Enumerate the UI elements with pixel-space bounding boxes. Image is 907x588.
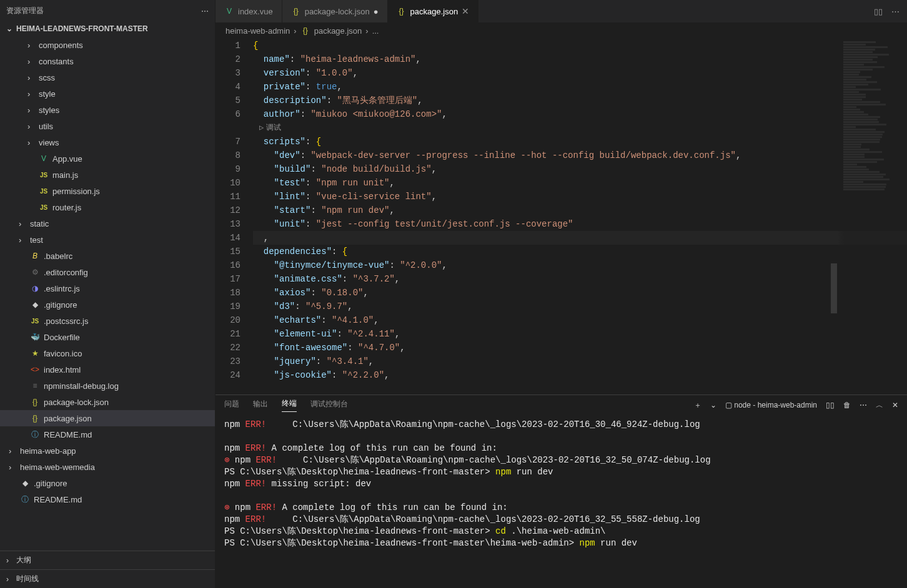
more-icon[interactable]: ⋯ bbox=[860, 401, 867, 409]
chevron-right-icon: › bbox=[6, 556, 14, 565]
code-line[interactable]: scripts": { bbox=[253, 135, 907, 149]
terminal-icon: ▢ bbox=[725, 401, 732, 409]
code-line[interactable]: , bbox=[253, 231, 907, 245]
tab-problems[interactable]: 问题 bbox=[224, 399, 239, 412]
info-icon: ⓘ bbox=[30, 429, 40, 440]
file-item[interactable]: JSpermission.js bbox=[0, 183, 215, 199]
file-item[interactable]: {}package-lock.json bbox=[0, 394, 215, 410]
folder-item[interactable]: ›views bbox=[0, 134, 215, 150]
editor-tab[interactable]: {}package.json✕ bbox=[388, 0, 479, 22]
editor-tab[interactable]: {}package-lock.json● bbox=[282, 0, 388, 22]
new-terminal-icon[interactable]: ＋ bbox=[694, 400, 701, 411]
folder-item[interactable]: ›components bbox=[0, 37, 215, 53]
editor-area[interactable]: 123456789101112131415161718192021222324 … bbox=[216, 39, 907, 394]
split-editor-icon[interactable]: ▯▯ bbox=[874, 7, 883, 16]
chevron-right-icon: › bbox=[9, 463, 16, 472]
folder-item[interactable]: ›constants bbox=[0, 53, 215, 69]
project-root[interactable]: ⌄ HEIMA-LEADNEWS-FRONT-MASTER bbox=[0, 22, 215, 36]
code-line[interactable]: "test": "npm run unit", bbox=[253, 176, 907, 190]
file-item[interactable]: 🐳Dockerfile bbox=[0, 329, 215, 345]
code-line[interactable]: "start": "npm run dev", bbox=[253, 203, 907, 217]
tab-output[interactable]: 输出 bbox=[253, 399, 268, 412]
breadcrumb-seg[interactable]: package.json bbox=[314, 26, 362, 36]
code-line[interactable]: "axios": "0.18.0", bbox=[253, 286, 907, 300]
file-item[interactable]: ◆.gitignore bbox=[0, 475, 215, 491]
file-item[interactable]: B.babelrc bbox=[0, 248, 215, 264]
code-line[interactable]: { bbox=[253, 39, 907, 52]
file-item[interactable]: JSrouter.js bbox=[0, 199, 215, 215]
code-line[interactable]: "echarts": "^4.1.0", bbox=[253, 313, 907, 327]
file-item[interactable]: {}package.json bbox=[0, 410, 215, 426]
folder-item[interactable]: ›styles bbox=[0, 102, 215, 118]
code-line[interactable]: "dev": "webpack-dev-server --progress --… bbox=[253, 149, 907, 162]
file-item[interactable]: ⓘREADME.md bbox=[0, 491, 215, 507]
terminal-output[interactable]: npm ERR! C:\Users\陈\AppData\Roaming\npm-… bbox=[216, 415, 907, 588]
chevron-up-icon[interactable]: ︿ bbox=[876, 400, 883, 411]
file-item[interactable]: ⚙.editorconfig bbox=[0, 264, 215, 280]
code-line[interactable]: "jquery": "^3.4.1", bbox=[253, 355, 907, 368]
shell-label: node - heima-web-admin bbox=[734, 401, 817, 409]
chevron-down-icon[interactable]: ⌄ bbox=[710, 401, 716, 409]
code[interactable]: { name": "heima-leadnews-admin", version… bbox=[253, 39, 907, 394]
file-item[interactable]: VApp.vue bbox=[0, 150, 215, 167]
file-item[interactable]: JS.postcssrc.js bbox=[0, 313, 215, 329]
code-line[interactable]: name": "heima-leadnews-admin", bbox=[253, 52, 907, 66]
folder-item[interactable]: ›scss bbox=[0, 69, 215, 86]
folder-item[interactable]: ›static bbox=[0, 215, 215, 232]
tab-debug-console[interactable]: 调试控制台 bbox=[310, 399, 348, 412]
file-item[interactable]: ⓘREADME.md bbox=[0, 426, 215, 443]
code-line[interactable]: "element-ui": "^2.4.11", bbox=[253, 327, 907, 341]
code-line[interactable]: private": true, bbox=[253, 80, 907, 94]
file-item[interactable]: ◆.gitignore bbox=[0, 296, 215, 313]
folder-item[interactable]: ›utils bbox=[0, 118, 215, 134]
code-line[interactable]: "font-awesome": "^4.7.0", bbox=[253, 341, 907, 355]
explorer-header: 资源管理器 ⋯ bbox=[0, 0, 215, 22]
code-line[interactable]: "unit": "jest --config test/unit/jest.co… bbox=[253, 217, 907, 231]
scroll-thumb[interactable] bbox=[831, 263, 837, 313]
tree-label: .gitignore bbox=[44, 300, 77, 310]
more-icon[interactable]: ⋯ bbox=[891, 7, 900, 16]
code-line[interactable]: dependencies": { bbox=[253, 245, 907, 258]
code-line[interactable]: "animate.css": "^3.7.2", bbox=[253, 272, 907, 286]
lines-icon: ≡ bbox=[30, 381, 40, 390]
minimap[interactable] bbox=[838, 39, 907, 382]
git-icon: ◆ bbox=[20, 479, 30, 488]
file-item[interactable]: JSmain.js bbox=[0, 167, 215, 183]
file-item[interactable]: <>index.html bbox=[0, 361, 215, 378]
code-line[interactable]: version": "1.0.0", bbox=[253, 66, 907, 80]
code-line[interactable]: author": "miukoo <miukoo@126.com>", bbox=[253, 107, 907, 121]
code-line[interactable]: "build": "node build/build.js", bbox=[253, 162, 907, 176]
trash-icon[interactable]: 🗑 bbox=[843, 401, 851, 409]
code-line[interactable]: "d3": "^5.9.7", bbox=[253, 300, 907, 313]
editor-tab[interactable]: Vindex.vue bbox=[216, 0, 282, 22]
folder-item[interactable]: ›test bbox=[0, 232, 215, 248]
outline-panel[interactable]: › 大纲 bbox=[0, 551, 215, 569]
file-item[interactable]: ◑.eslintrc.js bbox=[0, 280, 215, 296]
breadcrumb-seg[interactable]: ... bbox=[372, 26, 379, 36]
more-icon[interactable]: ⋯ bbox=[201, 7, 209, 16]
tree-label: .postcssrc.js bbox=[44, 316, 89, 326]
code-line[interactable]: "js-cookie": "^2.2.0", bbox=[253, 368, 907, 382]
terminal-shell-indicator[interactable]: ▢ node - heima-web-admin bbox=[725, 401, 817, 409]
file-tree[interactable]: ›components›constants›scss›style›styles›… bbox=[0, 36, 215, 551]
close-icon[interactable]: ✕ bbox=[892, 401, 898, 409]
debug-code-lens[interactable]: ▷调试 bbox=[253, 121, 907, 135]
docker-icon: 🐳 bbox=[30, 333, 40, 341]
file-item[interactable]: ★favicon.ico bbox=[0, 345, 215, 361]
file-item[interactable]: ≡npminstall-debug.log bbox=[0, 378, 215, 394]
tree-label: views bbox=[39, 138, 59, 147]
code-line[interactable]: description": "黑马头条管理后端", bbox=[253, 94, 907, 107]
split-terminal-icon[interactable]: ▯▯ bbox=[826, 401, 835, 409]
chevron-right-icon: › bbox=[294, 26, 296, 36]
folder-item[interactable]: ›heima-web-wemedia bbox=[0, 459, 215, 475]
close-icon[interactable]: ✕ bbox=[462, 6, 469, 16]
tab-terminal[interactable]: 终端 bbox=[282, 398, 297, 412]
folder-item[interactable]: ›style bbox=[0, 86, 215, 102]
breadcrumb[interactable]: heima-web-admin › {} package.json › ... bbox=[216, 22, 907, 39]
folder-item[interactable]: ›heima-web-app bbox=[0, 443, 215, 459]
tree-label: scss bbox=[39, 73, 55, 82]
timeline-panel[interactable]: › 时间线 bbox=[0, 569, 215, 588]
breadcrumb-seg[interactable]: heima-web-admin bbox=[226, 26, 290, 36]
code-line[interactable]: "@tinymce/tinymce-vue": "^2.0.0", bbox=[253, 258, 907, 272]
code-line[interactable]: "lint": "vue-cli-service lint", bbox=[253, 190, 907, 203]
